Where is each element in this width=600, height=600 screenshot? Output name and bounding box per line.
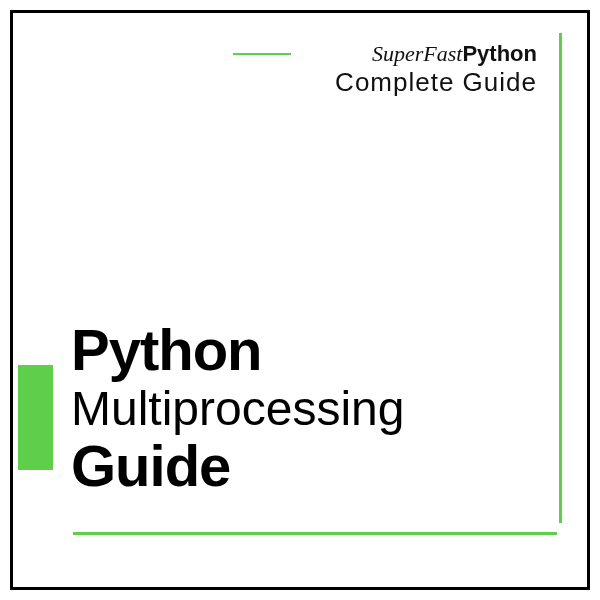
brand-prefix: SuperFast: [372, 41, 462, 66]
bottom-accent-line: [73, 532, 557, 535]
title-line-1: Python: [71, 320, 404, 381]
brand-suffix: Python: [462, 41, 537, 66]
brand-name: SuperFastPython: [372, 41, 537, 67]
right-accent-bar: [559, 33, 562, 523]
main-title: Python Multiprocessing Guide: [71, 320, 404, 497]
header-accent-line: [233, 53, 291, 55]
title-line-2: Multiprocessing: [71, 381, 404, 436]
left-accent-block: [18, 365, 53, 470]
title-line-3: Guide: [71, 436, 404, 497]
cover-subtitle: Complete Guide: [335, 67, 537, 98]
cover-frame: SuperFastPython Complete Guide Python Mu…: [10, 10, 590, 590]
